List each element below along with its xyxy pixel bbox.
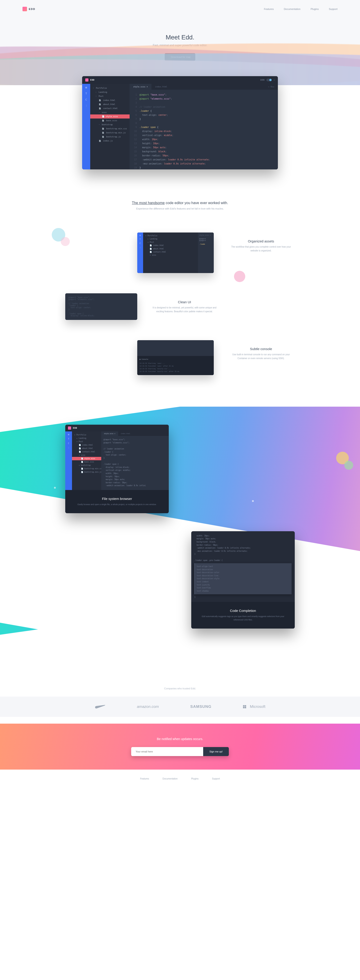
footer-features[interactable]: Features — [140, 778, 149, 780]
feature-title: Clean UI — [151, 300, 218, 304]
tab-index-html[interactable]: index.html — [151, 84, 171, 90]
signup-button[interactable]: Sign me up! — [203, 747, 229, 756]
intro-heading: The most handsome code editor you have e… — [5, 201, 355, 205]
amazon-logo: amazon.com — [137, 705, 159, 709]
feature-organized: Organized assets The workflow that gives… — [65, 232, 295, 273]
console-card: ▣Console 12:15:32 Starting 'sass'... 12:… — [137, 340, 214, 375]
card-desc: Edd automatically suggests tags as you t… — [200, 615, 286, 622]
folder-landing[interactable]: Landing — [90, 90, 130, 94]
footer-plugins[interactable]: Plugins — [191, 778, 198, 780]
file-index-js[interactable]: index.js — [90, 139, 130, 143]
brand-name: EDD — [29, 8, 35, 10]
nav-documentation[interactable]: Documentation — [284, 8, 300, 10]
completion-code: width: 10px; margin: 50px auto; backgrou… — [191, 531, 295, 602]
card-desc: Easily browse and open a single file, a … — [74, 503, 160, 506]
file-bootstrap-css[interactable]: bootstrap.min.css — [90, 127, 130, 130]
showcase-section: EDD ▤TC⋮ ▾ Portfolio ▸ Landing ▾ Post 📄 … — [0, 407, 360, 673]
tag-icon[interactable]: T — [86, 92, 87, 95]
filesystem-card: EDD ▤TC⋮ ▾ Portfolio ▸ Landing ▾ Post 📄 … — [65, 425, 169, 513]
site-footer: Features Documentation Plugins Support — [0, 770, 360, 788]
file-about-html[interactable]: about.html — [90, 102, 130, 107]
feature-console: Subtle console Use built-in terminal con… — [65, 340, 295, 375]
feature-clean: @import "base.scss"; @import "elements.s… — [65, 293, 295, 320]
company-logos: amazon.com SAMSUNG Microsoft — [0, 697, 360, 717]
files-icon[interactable]: ▤ — [86, 86, 87, 89]
menu-icon[interactable]: ⋮ — [85, 104, 87, 107]
folder-scss[interactable]: scss — [90, 110, 130, 115]
editor-brand: EDD — [90, 79, 95, 81]
features-section: Organized assets The workflow that gives… — [56, 232, 304, 375]
editor-titlebar: EDD DARK ⌕ — [82, 76, 278, 84]
editor-mockup: EDD DARK ⌕ ▤ T C ⋮ Portfolio Landing Pos… — [82, 76, 278, 169]
files-icon: ▤ — [140, 234, 141, 236]
feature-desc: The workflow that gives you complete con… — [227, 245, 295, 253]
decor-circle-icon — [234, 271, 245, 282]
editor-logo-icon — [68, 426, 71, 430]
email-input[interactable] — [131, 747, 203, 756]
folder-post[interactable]: Post — [90, 94, 130, 98]
editor-activity-bar: ▤ T C ⋮ — [82, 84, 90, 169]
file-base-scss[interactable]: base.scss — [90, 118, 130, 123]
signup-form: Sign me up! — [131, 747, 229, 756]
terminal-icon: ▣ — [140, 358, 140, 361]
autocomplete-popup[interactable]: text-align-lasttext-decorationtext-decor… — [194, 563, 292, 594]
code-content[interactable]: 1@import "base.scss"; 2@import "elements… — [130, 90, 278, 169]
organized-card: ▤TC⋮ ▾ Portfolio ▸ Landing ▾ Post 📄 inde… — [137, 232, 214, 273]
clean-card: @import "base.scss"; @import "elements.s… — [65, 293, 137, 320]
signup-section: Be notified when updates occurs. Sign me… — [0, 724, 360, 770]
feature-title: Organized assets — [227, 239, 295, 243]
dark-mode-toggle[interactable] — [266, 79, 272, 81]
fs-card-tree: ▾ Portfolio ▸ Landing ▾ Post 📄 index.htm… — [72, 431, 101, 490]
footer-documentation[interactable]: Documentation — [162, 778, 178, 780]
dark-mode-label: DARK — [260, 79, 265, 81]
companies-section: Companies who trusted Edd. amazon.com SA… — [0, 674, 360, 724]
search-icon[interactable]: ⌕ — [274, 79, 275, 81]
tab-new[interactable]: + New — [265, 84, 278, 90]
folder-bootstrap[interactable]: bootstrap — [90, 123, 130, 127]
completion-card: width: 10px; margin: 50px auto; backgrou… — [191, 531, 295, 628]
intro-sub: Experience the difference with Edd's fea… — [5, 207, 355, 210]
file-style-scss[interactable]: 📄 style.scss — [90, 115, 130, 118]
signup-label: Be notified when updates occurs. — [0, 737, 360, 741]
windows-icon — [243, 705, 246, 708]
files-icon: ▤ — [68, 433, 69, 436]
file-bootstrap-min-js[interactable]: bootstrap.min.js — [90, 130, 130, 135]
editor-tabs: style.scss × index.html + New — [130, 84, 278, 90]
file-bootstrap-js[interactable]: bootstrap.js — [90, 135, 130, 139]
nav-plugins[interactable]: Plugins — [311, 8, 319, 10]
file-tree: Portfolio Landing Post index.html about.… — [90, 84, 130, 169]
feature-desc: Use built-in terminal console to run any… — [227, 353, 295, 360]
file-contact-html[interactable]: contact.html — [90, 107, 130, 110]
folder-root[interactable]: Portfolio — [90, 86, 130, 90]
footer-support[interactable]: Support — [212, 778, 220, 780]
feature-desc: It is designed to be minimal, yet powerf… — [151, 306, 218, 313]
code-editor: style.scss × index.html + New 1@import "… — [130, 84, 278, 169]
site-header: EDD Features Documentation Plugins Suppo… — [0, 0, 360, 18]
microsoft-logo: Microsoft — [243, 705, 265, 709]
primary-nav: Features Documentation Plugins Support — [264, 8, 338, 10]
nav-support[interactable]: Support — [329, 8, 338, 10]
card-title: Code Completion — [200, 609, 286, 612]
card-title: File system browser — [74, 497, 160, 501]
samsung-logo: SAMSUNG — [190, 705, 211, 709]
intro-section: The most handsome code editor you have e… — [0, 169, 360, 232]
nav-features[interactable]: Features — [264, 8, 274, 10]
nike-logo-icon — [95, 705, 106, 709]
tab-style-scss[interactable]: style.scss × — [130, 84, 151, 90]
organized-tree: ▾ Portfolio ▸ Landing ▾ Post 📄 index.htm… — [143, 232, 198, 273]
console-icon[interactable]: C — [86, 98, 87, 101]
editor-logo-icon — [85, 78, 89, 81]
feature-title: Subtle console — [227, 347, 295, 351]
file-index-html[interactable]: index.html — [90, 98, 130, 102]
companies-label: Companies who trusted Edd. — [0, 687, 360, 690]
brand-lockup[interactable]: EDD — [22, 7, 35, 11]
brand-logo-icon — [22, 7, 27, 11]
organized-code-peek: style.scss × @import @import .loade — [198, 232, 214, 273]
hero-section: Meet Edd. Fast, minimal and super powerf… — [0, 18, 360, 85]
